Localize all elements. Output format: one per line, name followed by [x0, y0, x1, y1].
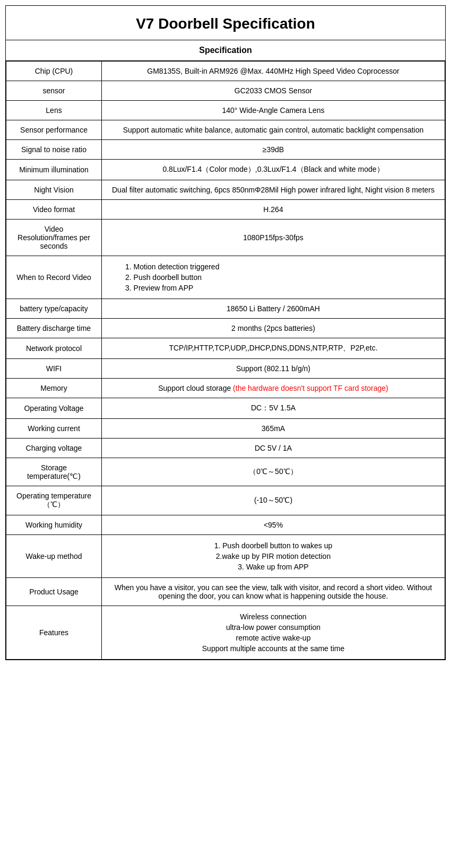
table-row: Operating temperature（℃）(-10～50℃) — [6, 486, 445, 515]
spec-label: sensor — [6, 81, 102, 101]
spec-value-line: Support multiple accounts at the same ti… — [109, 643, 437, 654]
spec-value-line: Wireless connection — [109, 611, 437, 622]
table-row: sensorGC2033 CMOS Sensor — [6, 81, 445, 101]
table-row: Wake-up method1. Push doorbell button to… — [6, 535, 445, 578]
table-row: Operating VoltageDC：5V 1.5A — [6, 398, 445, 419]
spec-label: Video format — [6, 200, 102, 220]
spec-label: WIFI — [6, 359, 102, 379]
spec-value: 1. Push doorbell button to wakes up2.wak… — [102, 535, 445, 578]
table-row: Product UsageWhen you have a visitor, yo… — [6, 578, 445, 606]
table-row: Video Resolution/frames per seconds1080P… — [6, 220, 445, 256]
spec-label: Minimum illumination — [6, 160, 102, 180]
spec-label: Working current — [6, 419, 102, 439]
spec-value-line: ultra-low power consumption — [109, 622, 437, 633]
spec-value-line: 1. Motion detection triggered — [109, 261, 437, 272]
spec-label: Battery discharge time — [6, 319, 102, 338]
spec-label: When to Record Video — [6, 256, 102, 299]
table-row: Storage temperature(℃)（0℃～50℃） — [6, 458, 445, 486]
table-row: Video formatH.264 — [6, 200, 445, 220]
spec-label: Wake-up method — [6, 535, 102, 578]
spec-value: H.264 — [102, 200, 445, 220]
spec-value: GM8135S, Built-in ARM926 @Max. 440MHz Hi… — [102, 62, 445, 81]
spec-label: Charging voltage — [6, 439, 102, 458]
spec-value: （0℃～50℃） — [102, 458, 445, 486]
spec-value-red: (the hardware doesn't support TF card st… — [233, 384, 388, 392]
section-header: Specification — [6, 40, 445, 61]
spec-label: Storage temperature(℃) — [6, 458, 102, 486]
spec-label: Features — [6, 606, 102, 660]
spec-value: 18650 Li Battery / 2600mAH — [102, 299, 445, 319]
spec-table: Chip (CPU)GM8135S, Built-in ARM926 @Max.… — [6, 61, 445, 660]
spec-value-line: 3. Preview from APP — [109, 283, 437, 293]
spec-value-line: 2. Push doorbell button — [109, 272, 437, 283]
spec-label: Product Usage — [6, 578, 102, 606]
table-row: Chip (CPU)GM8135S, Built-in ARM926 @Max.… — [6, 62, 445, 81]
spec-value: 1. Motion detection triggered2. Push doo… — [102, 256, 445, 299]
page-wrapper: V7 Doorbell Specification Specification … — [5, 5, 446, 660]
spec-value: DC 5V / 1A — [102, 439, 445, 458]
spec-label: Network protocol — [6, 338, 102, 359]
spec-value: 1080P15fps-30fps — [102, 220, 445, 256]
spec-value: ≥39dB — [102, 140, 445, 160]
spec-label: Operating Voltage — [6, 398, 102, 419]
spec-label: battery type/capacity — [6, 299, 102, 319]
table-row: Working humidity<95% — [6, 515, 445, 535]
spec-value-plain: Support cloud storage — [158, 384, 233, 392]
spec-value-line: remote active wake-up — [109, 633, 437, 643]
table-row: battery type/capacity18650 Li Battery / … — [6, 299, 445, 319]
spec-value-line: 1. Push doorbell button to wakes up — [109, 540, 437, 551]
table-row: Signal to noise ratio≥39dB — [6, 140, 445, 160]
spec-label: Video Resolution/frames per seconds — [6, 220, 102, 256]
spec-value: <95% — [102, 515, 445, 535]
table-row: Charging voltageDC 5V / 1A — [6, 439, 445, 458]
table-row: FeaturesWireless connectionultra-low pow… — [6, 606, 445, 660]
table-row: Network protocolTCP/IP,HTTP,TCP,UDP,,DHC… — [6, 338, 445, 359]
spec-value: GC2033 CMOS Sensor — [102, 81, 445, 101]
spec-value: 0.8Lux/F1.4（Color mode）,0.3Lux/F1.4（Blac… — [102, 160, 445, 180]
table-row: When to Record Video1. Motion detection … — [6, 256, 445, 299]
table-row: MemorySupport cloud storage (the hardwar… — [6, 379, 445, 398]
spec-label: Working humidity — [6, 515, 102, 535]
spec-label: Lens — [6, 101, 102, 120]
page-title: V7 Doorbell Specification — [6, 6, 445, 40]
spec-label: Chip (CPU) — [6, 62, 102, 81]
spec-label: Memory — [6, 379, 102, 398]
table-row: Night VisionDual filter automatic switch… — [6, 180, 445, 200]
spec-value: 140° Wide-Angle Camera Lens — [102, 101, 445, 120]
spec-value: Wireless connectionultra-low power consu… — [102, 606, 445, 660]
spec-value: 365mA — [102, 419, 445, 439]
spec-label: Sensor performance — [6, 120, 102, 140]
spec-value: DC：5V 1.5A — [102, 398, 445, 419]
spec-value: (-10～50℃) — [102, 486, 445, 515]
spec-value: 2 months (2pcs batteries) — [102, 319, 445, 338]
spec-label: Operating temperature（℃） — [6, 486, 102, 515]
table-row: Battery discharge time2 months (2pcs bat… — [6, 319, 445, 338]
spec-value: Support cloud storage (the hardware does… — [102, 379, 445, 398]
spec-label: Signal to noise ratio — [6, 140, 102, 160]
spec-value-line: 3. Wake up from APP — [109, 562, 437, 572]
table-row: Lens140° Wide-Angle Camera Lens — [6, 101, 445, 120]
table-row: Minimum illumination0.8Lux/F1.4（Color mo… — [6, 160, 445, 180]
spec-label: Night Vision — [6, 180, 102, 200]
spec-value: Support automatic white balance, automat… — [102, 120, 445, 140]
spec-value: When you have a visitor, you can see the… — [102, 578, 445, 606]
spec-value: Dual filter automatic switching, 6pcs 85… — [102, 180, 445, 200]
spec-value: TCP/IP,HTTP,TCP,UDP,,DHCP,DNS,DDNS,NTP,R… — [102, 338, 445, 359]
spec-value-line: 2.wake up by PIR motion detection — [109, 551, 437, 562]
spec-value: Support (802.11 b/g/n) — [102, 359, 445, 379]
table-row: Working current365mA — [6, 419, 445, 439]
table-row: WIFISupport (802.11 b/g/n) — [6, 359, 445, 379]
table-row: Sensor performanceSupport automatic whit… — [6, 120, 445, 140]
